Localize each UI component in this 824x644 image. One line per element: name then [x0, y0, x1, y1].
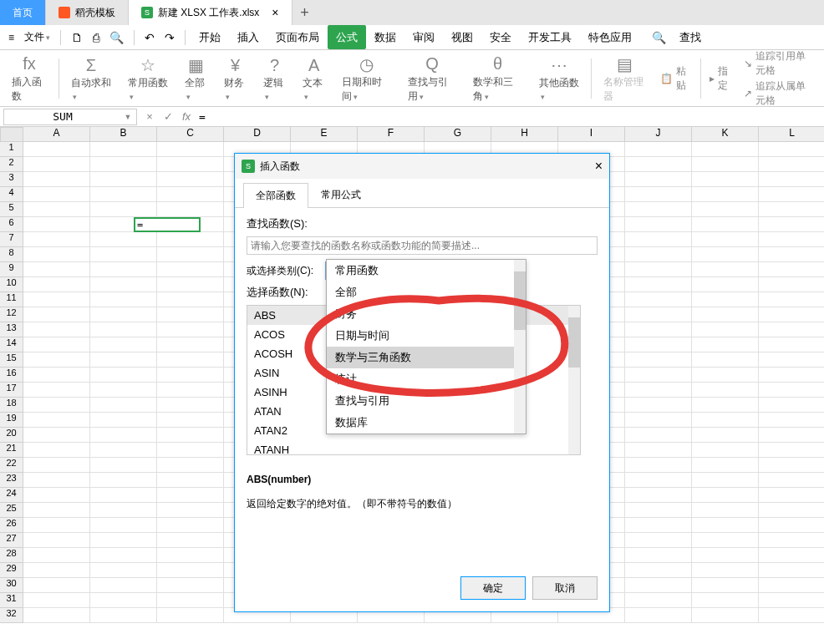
cell[interactable]	[23, 473, 90, 488]
column-header[interactable]: I	[558, 127, 625, 142]
cell[interactable]	[625, 247, 692, 262]
menu-layout[interactable]: 页面布局	[267, 25, 328, 49]
dialog-tab-all[interactable]: 全部函数	[243, 183, 308, 208]
cell[interactable]	[90, 337, 157, 352]
cell[interactable]	[90, 398, 157, 413]
ribbon-trace-precedents[interactable]: ↘追踪引用单元格	[744, 49, 816, 78]
cell[interactable]	[692, 277, 759, 292]
cell[interactable]	[692, 172, 759, 187]
menu-data[interactable]: 数据	[366, 25, 404, 49]
redo-icon[interactable]: ↷	[160, 31, 180, 44]
row-header[interactable]: 12	[0, 307, 23, 322]
cell[interactable]	[23, 428, 90, 443]
cell[interactable]	[23, 322, 90, 337]
ribbon-datetime[interactable]: ◷日期和时间	[333, 50, 399, 106]
cell[interactable]	[625, 548, 692, 563]
cell[interactable]	[625, 292, 692, 307]
cell[interactable]	[90, 202, 157, 217]
select-all-corner[interactable]	[0, 127, 23, 142]
row-header[interactable]: 17	[0, 383, 23, 398]
cell[interactable]	[625, 398, 692, 413]
cell[interactable]	[625, 518, 692, 533]
cell[interactable]	[625, 262, 692, 277]
cell[interactable]	[759, 277, 824, 292]
cell[interactable]	[759, 217, 824, 232]
cell[interactable]	[759, 548, 824, 563]
cell[interactable]	[23, 277, 90, 292]
cell[interactable]	[23, 533, 90, 548]
cell[interactable]	[23, 518, 90, 533]
new-tab-button[interactable]: +	[292, 0, 318, 25]
cell[interactable]	[90, 247, 157, 262]
cell[interactable]	[692, 322, 759, 337]
cell[interactable]	[23, 458, 90, 473]
cell[interactable]	[90, 488, 157, 503]
dropdown-item[interactable]: 统计	[327, 368, 526, 390]
cell[interactable]	[157, 262, 224, 277]
tab-home[interactable]: 首页	[0, 0, 46, 25]
cell[interactable]	[759, 247, 824, 262]
cell[interactable]	[759, 443, 824, 458]
tab-template[interactable]: 稻壳模板	[46, 0, 129, 25]
row-header[interactable]: 10	[0, 277, 23, 292]
cell[interactable]	[90, 473, 157, 488]
cell[interactable]	[625, 337, 692, 352]
dropdown-item[interactable]: 常用函数	[327, 260, 526, 281]
ribbon-define[interactable]: ▸指定	[710, 64, 735, 93]
cell[interactable]	[692, 488, 759, 503]
cell[interactable]	[90, 187, 157, 202]
row-header[interactable]: 9	[0, 262, 23, 277]
dropdown-item[interactable]: 全部	[327, 281, 526, 303]
menu-view[interactable]: 视图	[443, 25, 481, 49]
cell[interactable]	[90, 172, 157, 187]
cell[interactable]	[692, 413, 759, 428]
function-list-item[interactable]: ATANH	[247, 440, 580, 455]
cell[interactable]	[625, 157, 692, 172]
cell[interactable]	[692, 187, 759, 202]
cell[interactable]	[90, 322, 157, 337]
cell[interactable]	[692, 352, 759, 368]
ribbon-common[interactable]: ☆常用函数	[120, 50, 176, 106]
ribbon-trace-dependents[interactable]: ↗追踪从属单元格	[744, 79, 816, 108]
cell[interactable]	[90, 443, 157, 458]
cell[interactable]	[759, 563, 824, 578]
cell[interactable]	[90, 142, 157, 157]
print-icon[interactable]: ⎙	[88, 31, 104, 44]
cell[interactable]	[23, 368, 90, 383]
row-header[interactable]: 29	[0, 563, 23, 578]
menu-special[interactable]: 特色应用	[580, 25, 640, 49]
cell[interactable]	[157, 142, 224, 157]
dropdown-scroll-thumb[interactable]	[514, 271, 526, 330]
cell[interactable]	[625, 503, 692, 518]
row-header[interactable]: 24	[0, 488, 23, 503]
column-header[interactable]: H	[491, 127, 558, 142]
row-header[interactable]: 6	[0, 217, 23, 232]
cell[interactable]	[23, 608, 90, 623]
ribbon-logic[interactable]: ?逻辑	[255, 50, 294, 106]
cell[interactable]	[90, 548, 157, 563]
row-header[interactable]: 20	[0, 428, 23, 443]
cell[interactable]	[759, 368, 824, 383]
dropdown-item[interactable]: 财务	[327, 303, 526, 325]
cell[interactable]	[759, 292, 824, 307]
row-header[interactable]: 15	[0, 352, 23, 368]
menu-formula[interactable]: 公式	[328, 25, 366, 49]
cell[interactable]	[692, 232, 759, 247]
column-header[interactable]: F	[358, 127, 425, 142]
cell[interactable]	[23, 503, 90, 518]
cell[interactable]	[157, 428, 224, 443]
cell[interactable]	[90, 503, 157, 518]
row-header[interactable]: 25	[0, 503, 23, 518]
cell[interactable]	[625, 428, 692, 443]
column-header[interactable]: C	[157, 127, 224, 142]
ribbon-text[interactable]: A文本	[294, 50, 333, 106]
row-header[interactable]: 4	[0, 187, 23, 202]
cell[interactable]	[759, 187, 824, 202]
row-header[interactable]: 7	[0, 232, 23, 247]
dropdown-item[interactable]: 数据库	[327, 412, 526, 434]
cell[interactable]	[157, 518, 224, 533]
cell[interactable]	[157, 322, 224, 337]
cell[interactable]	[157, 337, 224, 352]
cell[interactable]	[625, 413, 692, 428]
cell[interactable]	[692, 262, 759, 277]
